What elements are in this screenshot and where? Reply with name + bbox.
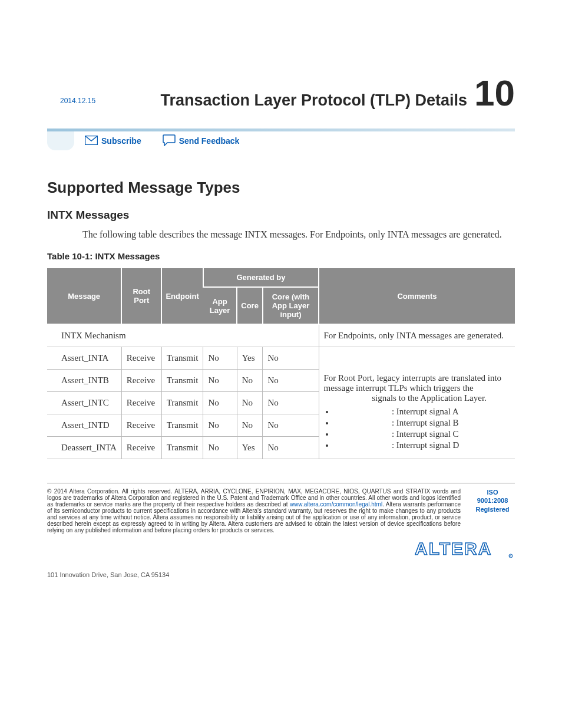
comments-block: For Root Port, legacy interrupts are tra… — [319, 347, 515, 459]
th-message: Message — [47, 268, 121, 324]
heading-intx: INTX Messages — [47, 209, 515, 222]
subscribe-label: Subscribe — [101, 136, 141, 146]
th-comments: Comments — [319, 268, 515, 324]
mail-icon — [85, 136, 98, 147]
iso-badge: ISO 9001:2008 Registered — [470, 488, 515, 513]
table-caption: Table 10-1: INTX Messages — [47, 251, 515, 261]
table-row: Assert_INTA Receive Transmit No Yes No F… — [47, 347, 515, 370]
section-intx-comment: For Endpoints, only INTA messages are ge… — [319, 324, 515, 347]
intx-table: Message Root Port Endpoint Generated by … — [47, 268, 515, 459]
altera-logo: ALTERA R — [415, 538, 515, 561]
th-core: Core — [237, 287, 263, 324]
section-intx-mech: INTX Mechanism — [47, 324, 319, 347]
th-app-layer: App Layer — [203, 287, 237, 324]
code-span — [324, 394, 370, 403]
th-generated-by: Generated by — [203, 268, 319, 287]
footer-copyright: © 2014 Altera Corporation. All rights re… — [47, 488, 461, 533]
actions-bg — [47, 131, 74, 150]
svg-text:R: R — [510, 555, 512, 558]
th-root-port: Root Port — [121, 268, 161, 324]
feedback-label: Send Feedback — [179, 136, 240, 146]
subscribe-link[interactable]: Subscribe — [85, 136, 141, 147]
footer-address: 101 Innovation Drive, San Jose, CA 95134 — [47, 571, 515, 578]
chapter-title: Transaction Layer Protocol (TLP) Details — [160, 91, 467, 110]
intro-text: The following table describes the messag… — [82, 228, 515, 242]
footer: © 2014 Altera Corporation. All rights re… — [47, 483, 515, 533]
chapter-number: 10 — [474, 77, 515, 110]
th-endpoint: Endpoint — [161, 268, 203, 324]
svg-text:ALTERA: ALTERA — [415, 539, 492, 558]
feedback-link[interactable]: Send Feedback — [163, 134, 240, 148]
legal-link[interactable]: www.altera.com/common/legal.html — [290, 501, 382, 508]
heading-supported: Supported Message Types — [47, 179, 515, 197]
th-core-with: Core (with App Layer input) — [263, 287, 319, 324]
comment-icon — [163, 134, 176, 148]
